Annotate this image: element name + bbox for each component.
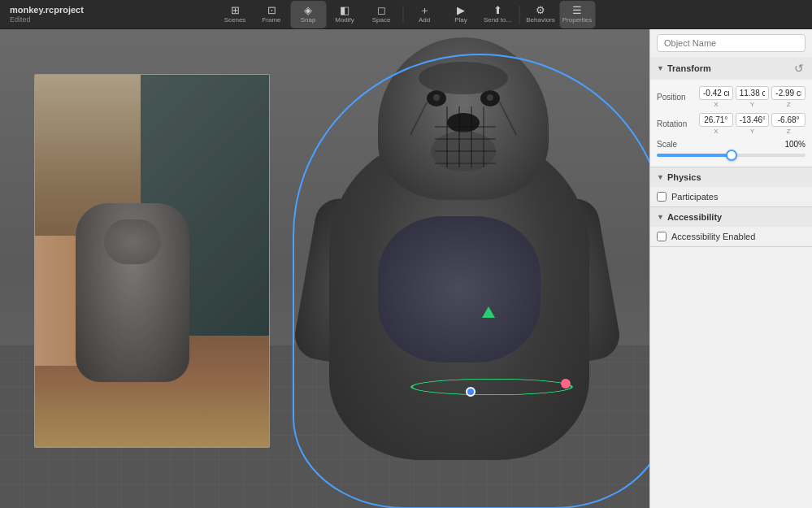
accessibility-section-header[interactable]: ▼ Accessibility	[650, 207, 812, 227]
transform-chevron-icon: ▼	[657, 64, 664, 72]
app-title-group: monkey.rcproject Edited	[7, 5, 84, 24]
space-button[interactable]: ◻ Space	[363, 1, 399, 28]
reference-photo	[34, 74, 270, 448]
photo-overlay	[35, 75, 269, 447]
rotation-inputs: X Y Z	[699, 113, 805, 135]
snap-button[interactable]: ◈ Snap	[290, 1, 326, 28]
modify-button[interactable]: ◧ Modify	[327, 1, 363, 28]
gorilla-face-svg	[378, 37, 549, 200]
scenes-button[interactable]: ⊞ Scenes	[217, 1, 253, 28]
play-button[interactable]: ▶ Play	[443, 1, 479, 28]
position-y-label: Y	[750, 101, 754, 108]
rotation-ring[interactable]	[410, 378, 573, 395]
rotation-x-label: X	[714, 128, 718, 135]
scenes-label: Scenes	[224, 16, 246, 24]
position-z-label: Z	[787, 101, 791, 108]
position-inputs: X Y Z	[699, 86, 805, 108]
toolbar-separator-2	[519, 6, 519, 24]
position-row: Position X Y Z	[657, 86, 805, 108]
scale-slider-wrap	[657, 154, 805, 157]
properties-icon: ☰	[572, 5, 582, 15]
object-name-input[interactable]	[657, 34, 805, 52]
scale-label: Scale	[657, 140, 677, 149]
gorilla-chest	[378, 216, 541, 363]
rotation-handle-blue[interactable]	[466, 387, 475, 397]
frame-button[interactable]: ⊡ Frame	[254, 1, 289, 28]
transform-reset-button[interactable]: ↺	[792, 62, 805, 75]
rotation-z-group: Z	[771, 113, 805, 135]
svg-line-7	[500, 102, 516, 135]
accessibility-enabled-row: Accessibility Enabled	[650, 227, 812, 246]
position-z-input[interactable]	[771, 86, 805, 100]
position-label: Position	[657, 93, 696, 102]
frame-icon: ⊡	[267, 5, 276, 15]
position-y-input[interactable]	[736, 86, 770, 100]
frame-label: Frame	[262, 16, 280, 24]
svg-point-4	[447, 113, 480, 132]
add-label: Add	[419, 16, 430, 24]
transform-section: ▼ Transform ↺ Position X	[650, 57, 812, 167]
rotation-handle-pink[interactable]	[561, 379, 571, 389]
rotation-y-input[interactable]	[736, 113, 770, 127]
send-icon: ⬆	[493, 5, 502, 15]
accessibility-enabled-checkbox[interactable]	[657, 232, 667, 241]
space-label: Space	[372, 16, 391, 24]
toolbar-separator-1	[402, 6, 403, 24]
scale-row: Scale 100%	[657, 140, 805, 149]
rotation-x-group: X	[699, 113, 733, 135]
properties-button[interactable]: ☰ Properties	[559, 1, 595, 28]
app-title: monkey.rcproject	[10, 5, 84, 15]
add-icon: ＋	[419, 5, 430, 15]
position-y-group: Y	[736, 86, 770, 108]
modify-label: Modify	[335, 16, 354, 24]
behaviors-button[interactable]: ⚙ Behaviors	[523, 1, 558, 28]
photo-interior	[35, 75, 269, 447]
rotation-z-input[interactable]	[771, 113, 805, 127]
properties-label: Properties	[562, 16, 592, 24]
space-icon: ◻	[377, 5, 386, 15]
properties-panel: ▼ Transform ↺ Position X	[649, 29, 812, 508]
rotation-z-label: Z	[787, 128, 791, 135]
svg-point-2	[433, 94, 440, 101]
viewport[interactable]	[0, 29, 649, 508]
snap-label: Snap	[301, 16, 316, 24]
scale-value: 100%	[784, 140, 805, 149]
accessibility-section: ▼ Accessibility Accessibility Enabled	[650, 207, 812, 247]
physics-label: Physics	[667, 172, 701, 182]
position-x-input[interactable]	[699, 86, 733, 100]
accessibility-label: Accessibility	[667, 212, 722, 222]
transform-section-content: Position X Y Z	[650, 80, 812, 167]
scale-slider[interactable]	[657, 154, 805, 157]
position-z-group: Z	[771, 86, 805, 108]
rotation-row: Rotation X Y Z	[657, 113, 805, 135]
toolbar-panels-group: ⚙ Behaviors ☰ Properties	[523, 1, 595, 28]
physics-section: ▼ Physics Participates	[650, 167, 812, 207]
main-area: ▼ Transform ↺ Position X	[0, 29, 812, 508]
add-button[interactable]: ＋ Add	[406, 1, 442, 28]
physics-section-header[interactable]: ▼ Physics	[650, 167, 812, 187]
behaviors-icon: ⚙	[536, 5, 545, 15]
rotation-x-input[interactable]	[699, 113, 733, 127]
rotation-label: Rotation	[657, 119, 696, 128]
svg-point-3	[487, 94, 493, 101]
play-label: Play	[454, 16, 467, 24]
svg-line-6	[410, 102, 427, 135]
svg-point-8	[419, 62, 508, 94]
physics-participates-row: Participates	[650, 187, 812, 206]
physics-participates-checkbox[interactable]	[657, 192, 667, 202]
position-x-label: X	[714, 101, 718, 108]
app-subtitle: Edited	[10, 15, 84, 24]
behaviors-label: Behaviors	[526, 16, 555, 24]
scenes-icon: ⊞	[231, 5, 240, 15]
scale-slider-thumb[interactable]	[726, 150, 737, 161]
toolbar: monkey.rcproject Edited ⊞ Scenes ⊡ Frame…	[0, 0, 812, 29]
snap-icon: ◈	[304, 5, 312, 15]
toolbar-action-group: ＋ Add ▶ Play ⬆ Send to...	[406, 1, 515, 28]
position-x-group: X	[699, 86, 733, 108]
gorilla-3d-container	[260, 46, 649, 508]
rotation-y-group: Y	[736, 113, 770, 135]
rotation-y-label: Y	[750, 128, 754, 135]
play-icon: ▶	[457, 5, 465, 15]
send-to-button[interactable]: ⬆ Send to...	[480, 1, 515, 28]
transform-section-header[interactable]: ▼ Transform ↺	[650, 57, 812, 80]
